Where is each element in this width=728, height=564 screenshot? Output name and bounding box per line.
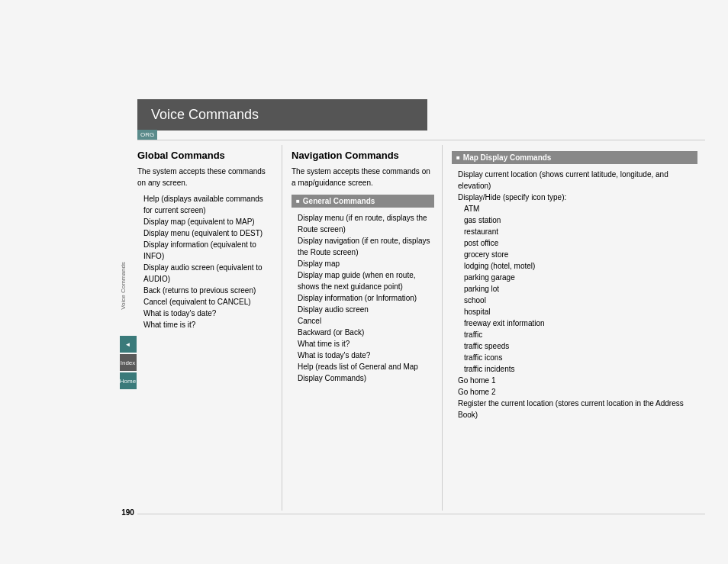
list-item: Display map <box>298 258 434 269</box>
list-item: Backward (or Back) <box>298 327 434 338</box>
sidebar-nav-button[interactable]: ◄ <box>120 336 137 353</box>
content-columns: Global Commands The system accepts these… <box>137 145 705 511</box>
list-item: Display audio screen <box>298 304 434 315</box>
global-commands-column: Global Commands The system accepts these… <box>137 145 282 511</box>
list-item: Display map guide (when en route, shows … <box>298 269 434 292</box>
list-item: Cancel <box>298 315 434 327</box>
list-item: ATM <box>464 203 697 214</box>
org-label: ORG <box>137 130 157 140</box>
list-item: Display/Hide (specify icon type): <box>458 192 697 203</box>
list-item: Display menu (equivalent to DEST) <box>143 227 274 239</box>
list-item: parking garage <box>464 272 697 283</box>
global-commands-heading: Global Commands <box>137 150 274 161</box>
sidebar-home-button[interactable]: Home <box>120 372 137 389</box>
navigation-commands-column: Navigation Commands The system accepts t… <box>282 145 443 511</box>
list-item: What time is it? <box>143 319 274 330</box>
list-item: Display navigation (if en route, display… <box>298 235 434 258</box>
list-item: Display information (equivalent to INFO) <box>143 239 274 262</box>
list-item: restaurant <box>464 226 697 237</box>
list-item: Display audio screen (equivalent to AUDI… <box>143 262 274 285</box>
list-item: Display menu (if en route, displays the … <box>298 212 434 235</box>
list-item: hospital <box>464 306 697 317</box>
sidebar-index-button[interactable]: Index <box>120 354 137 371</box>
list-item: traffic incidents <box>464 363 697 375</box>
traffic-speeds-item: traffic speeds <box>464 340 697 352</box>
map-display-commands-heading: Map Display Commands <box>452 151 697 164</box>
list-item: Display map (equivalent to MAP) <box>143 216 274 227</box>
list-item: gas station <box>464 214 697 226</box>
top-divider <box>137 140 705 140</box>
bottom-divider <box>137 514 705 514</box>
list-item: What time is it? <box>298 338 434 350</box>
sidebar-nav: ◄ Index Home <box>118 336 137 389</box>
icon-types-list: ATM gas station restaurant post office g… <box>458 203 697 375</box>
page-title: Voice Commands <box>151 107 259 122</box>
list-item: Display information (or Information) <box>298 292 434 304</box>
sidebar-rotated-label: Voice Commands <box>120 262 127 310</box>
list-item: Register the current location (stores cu… <box>458 398 697 421</box>
list-item: school <box>464 295 697 306</box>
list-item: Display current location (shows current … <box>458 169 697 192</box>
title-bar: Voice Commands <box>137 99 427 131</box>
list-item: Back (returns to previous screen) <box>143 285 274 296</box>
map-display-commands-list: Display current location (shows current … <box>452 169 697 421</box>
global-commands-intro: The system accepts these commands on any… <box>137 166 274 189</box>
list-item: grocery store <box>464 249 697 260</box>
list-item: Help (displays available commands for cu… <box>143 193 274 216</box>
list-item: traffic icons <box>464 352 697 363</box>
list-item: parking lot <box>464 283 697 295</box>
list-item: What is today's date? <box>298 350 434 361</box>
list-item: Cancel (equivalent to CANCEL) <box>143 296 274 308</box>
page: Voice Commands ORG Global Commands The s… <box>0 0 728 564</box>
map-display-commands-column: Map Display Commands Display current loc… <box>443 145 705 511</box>
list-item: Help (reads list of General and Map Disp… <box>298 361 434 384</box>
page-number: 190 <box>118 508 137 517</box>
navigation-commands-intro: The system accepts these commands on a m… <box>292 166 434 189</box>
list-item: What is today's date? <box>143 308 274 319</box>
general-commands-subheading: General Commands <box>292 195 434 208</box>
list-item: freeway exit information <box>464 317 697 329</box>
list-item: Go home 2 <box>458 386 697 398</box>
navigation-commands-heading: Navigation Commands <box>292 150 434 161</box>
list-item: traffic <box>464 329 697 340</box>
global-commands-list: Help (displays available commands for cu… <box>137 193 274 330</box>
list-item: Go home 1 <box>458 375 697 386</box>
list-item: lodging (hotel, motel) <box>464 260 697 272</box>
navigation-commands-list: Display menu (if en route, displays the … <box>292 212 434 384</box>
list-item: post office <box>464 237 697 249</box>
